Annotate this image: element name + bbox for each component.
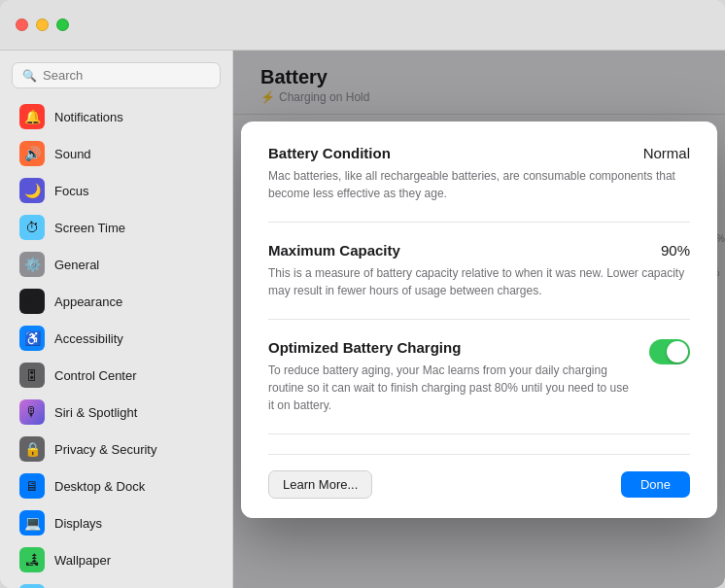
battery-condition-section: Battery Condition Normal Mac batteries, … xyxy=(268,145,690,223)
sidebar-item-notifications[interactable]: 🔔 Notifications xyxy=(6,99,226,134)
content-area: Battery ⚡ Charging on Hold Low Power Mod… xyxy=(233,51,725,588)
sidebar-item-control-center[interactable]: 🎛 Control Center xyxy=(6,358,226,393)
close-button[interactable] xyxy=(16,18,28,31)
sidebar-item-screensaver[interactable]: 🎬 Screen Saver xyxy=(6,579,226,588)
sound-icon: 🔊 xyxy=(19,141,45,166)
sidebar-label-siri: Siri & Spotlight xyxy=(54,405,137,420)
maximize-button[interactable] xyxy=(56,18,69,31)
sidebar-label-privacy: Privacy & Security xyxy=(54,442,156,457)
sidebar-item-sound[interactable]: 🔊 Sound xyxy=(6,136,226,171)
general-icon: ⚙️ xyxy=(19,252,45,277)
optimized-charging-description: To reduce battery aging, your Mac learns… xyxy=(268,362,630,414)
sidebar-label-general: General xyxy=(54,258,99,272)
modal-dialog: Battery Condition Normal Mac batteries, … xyxy=(241,121,717,518)
search-input[interactable] xyxy=(43,68,210,83)
sidebar-label-focus: Focus xyxy=(54,184,88,198)
wallpaper-icon: 🏞 xyxy=(19,547,45,572)
optimized-charging-left: Optimized Battery Charging To reduce bat… xyxy=(268,339,649,414)
sidebar-label-displays: Displays xyxy=(54,516,102,531)
traffic-lights xyxy=(16,18,69,31)
max-capacity-header: Maximum Capacity 90% xyxy=(268,242,690,259)
accessibility-icon: ♿ xyxy=(19,326,45,351)
appearance-icon: 🖼 xyxy=(19,289,45,314)
sidebar-item-privacy[interactable]: 🔒 Privacy & Security xyxy=(6,432,226,467)
optimized-charging-section: Optimized Battery Charging To reduce bat… xyxy=(268,339,690,434)
sidebar-item-appearance[interactable]: 🖼 Appearance xyxy=(6,284,226,319)
optimized-charging-toggle[interactable] xyxy=(649,339,690,364)
toggle-knob xyxy=(667,341,688,363)
focus-icon: 🌙 xyxy=(19,178,45,203)
modal-footer: Learn More... Done xyxy=(268,454,690,499)
max-capacity-title: Maximum Capacity xyxy=(268,242,400,259)
optimized-charging-row: Optimized Battery Charging To reduce bat… xyxy=(268,339,690,414)
battery-condition-title: Battery Condition xyxy=(268,145,391,161)
screensaver-icon: 🎬 xyxy=(19,584,45,588)
sidebar-item-wallpaper[interactable]: 🏞 Wallpaper xyxy=(6,542,226,577)
done-button[interactable]: Done xyxy=(621,471,690,498)
learn-more-button[interactable]: Learn More... xyxy=(268,470,372,499)
sidebar-label-sound: Sound xyxy=(54,147,91,161)
control-center-icon: 🎛 xyxy=(19,363,45,388)
sidebar-item-siri[interactable]: 🎙 Siri & Spotlight xyxy=(6,395,226,430)
sidebar-label-screen-time: Screen Time xyxy=(54,221,125,235)
screen-time-icon: ⏱ xyxy=(19,215,45,240)
sidebar-label-accessibility: Accessibility xyxy=(54,331,123,346)
desktop-icon: 🖥 xyxy=(19,473,45,499)
siri-icon: 🎙 xyxy=(19,399,45,425)
battery-condition-header: Battery Condition Normal xyxy=(268,145,690,161)
max-capacity-description: This is a measure of battery capacity re… xyxy=(268,264,690,299)
sidebar-label-control-center: Control Center xyxy=(54,368,137,383)
sidebar-label-desktop: Desktop & Dock xyxy=(54,479,145,494)
main-layout: 🔍 🔔 Notifications 🔊 Sound 🌙 Focus ⏱ Scre… xyxy=(0,51,725,588)
privacy-icon: 🔒 xyxy=(19,436,45,462)
title-bar xyxy=(0,0,725,51)
search-bar[interactable]: 🔍 xyxy=(12,62,221,88)
sidebar-item-focus[interactable]: 🌙 Focus xyxy=(6,173,226,208)
sidebar-item-screen-time[interactable]: ⏱ Screen Time xyxy=(6,210,226,245)
optimized-charging-title: Optimized Battery Charging xyxy=(268,339,630,356)
search-icon: 🔍 xyxy=(22,69,37,83)
battery-condition-value: Normal xyxy=(643,145,690,161)
displays-icon: 💻 xyxy=(19,510,45,536)
minimize-button[interactable] xyxy=(36,18,49,31)
notifications-icon: 🔔 xyxy=(19,104,45,129)
sidebar: 🔍 🔔 Notifications 🔊 Sound 🌙 Focus ⏱ Scre… xyxy=(0,51,233,588)
max-capacity-section: Maximum Capacity 90% This is a measure o… xyxy=(268,242,690,320)
sidebar-label-appearance: Appearance xyxy=(54,294,122,309)
sidebar-item-displays[interactable]: 💻 Displays xyxy=(6,505,226,540)
sidebar-item-accessibility[interactable]: ♿ Accessibility xyxy=(6,321,226,356)
main-window: 🔍 🔔 Notifications 🔊 Sound 🌙 Focus ⏱ Scre… xyxy=(0,0,725,588)
sidebar-label-wallpaper: Wallpaper xyxy=(54,553,111,568)
sidebar-item-general[interactable]: ⚙️ General xyxy=(6,247,226,282)
battery-condition-description: Mac batteries, like all rechargeable bat… xyxy=(268,167,690,202)
modal-overlay: Battery Condition Normal Mac batteries, … xyxy=(233,51,725,588)
sidebar-item-desktop[interactable]: 🖥 Desktop & Dock xyxy=(6,468,226,503)
max-capacity-value: 90% xyxy=(661,242,690,259)
sidebar-label-notifications: Notifications xyxy=(54,110,123,124)
